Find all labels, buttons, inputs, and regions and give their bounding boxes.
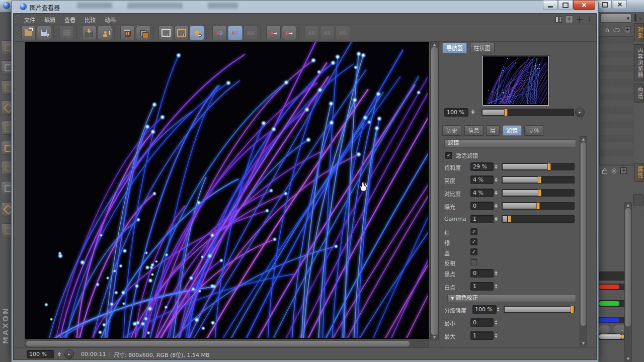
stepper[interactable] [494,163,498,170]
view-b-button[interactable] [174,26,189,40]
attribute-field[interactable] [599,272,627,281]
delete-image-button[interactable] [120,26,135,40]
dock-panel-icon[interactable]: ↓ [586,16,593,23]
vertical-tab-layers[interactable] [633,194,643,206]
toolbar-grip[interactable] [16,26,19,40]
compare-eye-button[interactable]: AB [244,26,258,40]
picture-viewer-titlebar[interactable]: 图片查看器 [12,1,598,13]
black-point-field[interactable]: 0 [470,269,494,278]
menu-view[interactable]: 查看 [60,15,80,25]
bg-maximize-button[interactable] [598,0,612,9]
blue-channel-checkbox[interactable]: ✓ [470,248,477,255]
stepper[interactable] [494,215,498,223]
grading-strength-field[interactable]: 100 % [472,305,497,314]
contrast-slider[interactable] [502,189,575,197]
move-panel-icon[interactable] [576,16,583,23]
min-field[interactable]: 0 [470,318,494,327]
value-field[interactable]: 4 % [470,189,494,197]
gamma-slider[interactable] [502,215,575,223]
red-slider[interactable] [598,284,625,290]
swap-ab-button[interactable]: AB [304,26,319,40]
bg-panel-scrollbar[interactable]: ▲ ▼ [624,202,632,362]
cache-button[interactable] [59,26,74,40]
image-viewport[interactable] [25,42,429,339]
scroll-up-icon[interactable]: ▲ [431,43,438,47]
content-browser-list[interactable] [599,36,633,166]
green-channel-checkbox[interactable]: ✓ [470,238,477,245]
value-field[interactable]: 1 [470,215,494,223]
bg-tool-icon[interactable] [1,181,12,195]
set-as-a-button[interactable]: A→ [266,26,281,40]
tab-layer[interactable]: 层 [486,125,500,136]
open-file-button[interactable] [21,26,36,40]
bg-tool-icon[interactable] [1,223,12,237]
value-field[interactable]: 0 [470,202,494,210]
compare-layout-button[interactable]: AB [228,26,243,40]
tab-filter[interactable]: 滤镜 [503,125,522,136]
navigator-play-button[interactable]: ▸ [575,108,585,117]
tab-info[interactable]: 信息 [464,125,484,136]
red-channel-checkbox[interactable]: ✓ [470,228,477,235]
stepper[interactable] [494,332,498,339]
value-field[interactable]: 4 % [470,175,494,184]
navigator-zoom-slider[interactable] [481,109,574,116]
max-field[interactable]: 1 [470,331,494,340]
bg-tool-icon[interactable] [1,161,12,175]
compare-ab-button[interactable]: AB [212,26,227,40]
stepper[interactable] [494,202,498,210]
tab-history[interactable]: 历史 [442,125,461,136]
navigator-zoom-field[interactable]: 100 % [444,108,468,117]
scroll-down-icon[interactable]: ▼ [431,335,438,339]
new-panel-icon[interactable]: + [565,16,573,23]
view-a-button[interactable] [158,26,173,40]
scroll-down-icon[interactable]: ▼ [625,357,631,361]
stepper[interactable] [494,176,498,184]
color-correction-header[interactable]: ▼ 颜色校正 [447,294,576,302]
bg-tool-icon[interactable] [1,60,12,74]
saturation-slider[interactable] [502,163,575,170]
invert-checkbox[interactable] [470,258,477,265]
green-slider[interactable] [598,300,625,307]
vertical-tab-content-browser[interactable]: 内容浏览器 [634,44,644,81]
status-play-button[interactable]: ▸ [64,349,74,359]
home-icon[interactable]: ⌂ [605,26,609,34]
offset-ab-button[interactable]: AB [336,26,350,40]
add-tab-icon[interactable]: + [624,27,630,33]
value-slider[interactable] [598,333,625,340]
split-view-icon[interactable] [555,16,562,23]
menu-edit[interactable]: 编辑 [40,15,60,25]
maximize-button[interactable] [558,0,573,10]
bg-tool-icon[interactable] [1,40,12,54]
filter-panel-scrollbar[interactable]: ▲ ▼ [580,136,587,346]
search-icon[interactable] [634,15,636,21]
image-manager-button[interactable] [136,26,150,40]
white-point-field[interactable]: 1 [470,282,494,291]
navigator-zoom-stepper[interactable] [470,108,475,116]
load-object-button[interactable] [98,26,112,40]
bg-tool-icon[interactable] [1,141,12,155]
scroll-up-icon[interactable]: ▲ [580,137,587,141]
vertical-tab-structure[interactable]: 构造 [634,83,644,103]
link-ab-button[interactable]: AB [320,26,335,40]
viewport-hscrollbar[interactable] [25,340,429,347]
add-attribute-tab-icon[interactable]: + [620,167,627,174]
save-file-button[interactable] [37,26,51,40]
status-zoom-stepper[interactable] [57,350,61,358]
layout-dropdown[interactable]: ▾ [600,14,631,23]
vertical-tab-attributes[interactable]: 属性 [634,163,644,182]
grading-strength-slider[interactable] [504,306,575,313]
activate-filter-checkbox[interactable]: ✓ [445,152,452,159]
tab-navigator[interactable]: 导航器 [442,43,467,53]
bg-close-button[interactable] [613,0,627,9]
blue-slider[interactable] [598,317,625,323]
exposure-slider[interactable] [502,202,575,210]
stepper[interactable] [494,283,498,290]
menu-compare[interactable]: 比较 [80,15,100,25]
scroll-down-icon[interactable]: ▼ [580,341,587,345]
lock-icon[interactable] [602,167,607,174]
bg-tool-icon[interactable] [1,80,12,95]
target-icon[interactable]: ◎ [611,167,616,174]
brightness-slider[interactable] [502,176,575,184]
stepper[interactable] [494,269,498,277]
more-button[interactable] [598,325,610,334]
